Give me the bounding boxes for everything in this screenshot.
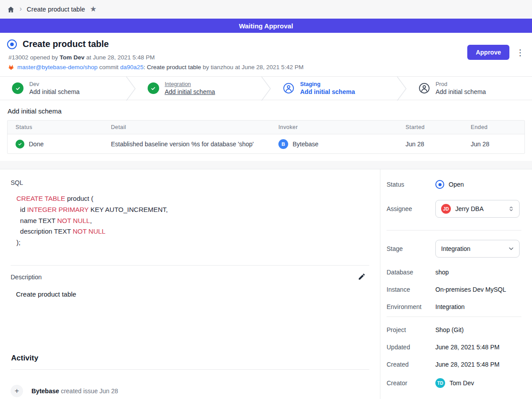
stage-pending-icon bbox=[419, 82, 430, 94]
created-label: Created bbox=[387, 361, 435, 368]
assignee-value: Jerry DBA bbox=[455, 205, 484, 212]
waiting-approval-banner: Waiting Approval bbox=[0, 19, 532, 33]
stage-prod[interactable]: Prod Add initial schema bbox=[407, 77, 532, 100]
sql-token: CREATE TABLE bbox=[16, 195, 65, 202]
status-row: Status Open bbox=[387, 180, 521, 189]
sql-token: product ( bbox=[65, 195, 93, 202]
stage-task-label: Add initial schema bbox=[300, 88, 355, 96]
stage-select[interactable]: Integration bbox=[435, 240, 520, 258]
breadcrumb-current[interactable]: Create product table bbox=[27, 6, 85, 13]
issue-sidebar: Status Open Assignee JD Jerry DBA Stage … bbox=[380, 169, 532, 399]
task-started: Jun 28 bbox=[406, 141, 471, 148]
database-label: Database bbox=[387, 269, 435, 276]
assignee-label: Assignee bbox=[387, 205, 435, 212]
issue-meta-suffix: at June 28, 2021 5:48 PM bbox=[85, 54, 155, 61]
stage-env-label: Staging bbox=[300, 81, 355, 88]
task-table: Status Detail Invoker Started Ended Done… bbox=[7, 120, 525, 154]
col-ended: Ended bbox=[471, 124, 524, 130]
stage-row: Stage Integration bbox=[387, 240, 521, 258]
stage-label: Stage bbox=[387, 245, 435, 252]
issue-header: Create product table #13002 opened by To… bbox=[0, 33, 532, 76]
sql-token: INTEGER PRIMARY bbox=[27, 206, 89, 213]
stage-task-label: Add initial schema bbox=[165, 88, 215, 96]
edit-description-icon[interactable] bbox=[358, 273, 367, 282]
task-table-header: Status Detail Invoker Started Ended bbox=[8, 121, 524, 134]
stage-done-icon bbox=[148, 82, 159, 94]
vcs-commit-word: commit bbox=[99, 64, 119, 70]
activity-actor: Bytebase bbox=[31, 387, 59, 395]
updated-row: Updated June 28, 2021 5:48 PM bbox=[387, 344, 521, 351]
environment-value[interactable]: Integration bbox=[435, 303, 465, 310]
database-row: Database shop bbox=[387, 269, 521, 276]
creator-avatar: TD bbox=[435, 378, 445, 388]
sql-token: description TEXT bbox=[16, 227, 73, 235]
section-gap bbox=[0, 161, 532, 169]
creator-value: Tom Dev bbox=[450, 379, 474, 387]
divider bbox=[11, 369, 369, 370]
instance-row: Instance On-premises Dev MySQL bbox=[387, 286, 521, 293]
divider bbox=[387, 230, 521, 231]
issue-author: Tom Dev bbox=[60, 54, 85, 61]
pipeline-stages: Dev Add initial schema Integration Add i… bbox=[0, 76, 532, 100]
created-value: June 28, 2021 5:48 PM bbox=[435, 361, 500, 368]
col-invoker: Invoker bbox=[278, 124, 406, 130]
sql-token: NOT NULL bbox=[73, 227, 106, 235]
stage-dev[interactable]: Dev Add initial schema bbox=[0, 77, 126, 100]
status-open-icon bbox=[435, 180, 444, 189]
task-status: Done bbox=[29, 141, 43, 148]
sql-token: id bbox=[16, 206, 27, 213]
divider bbox=[11, 265, 369, 266]
breadcrumb-separator-icon: › bbox=[20, 5, 22, 13]
task-section-heading: Add initial schema bbox=[8, 107, 525, 115]
vcs-commit-message: Create product table bbox=[147, 64, 201, 70]
stage-separator bbox=[261, 77, 271, 100]
activity-heading: Activity bbox=[11, 354, 369, 363]
project-label: Project bbox=[387, 326, 435, 333]
done-check-icon bbox=[16, 140, 24, 149]
issue-meta: #13002 opened by Tom Dev at June 28, 202… bbox=[8, 54, 525, 61]
home-icon[interactable] bbox=[7, 6, 15, 13]
assignee-select[interactable]: JD Jerry DBA bbox=[435, 200, 520, 218]
col-started: Started bbox=[406, 124, 471, 130]
updated-label: Updated bbox=[387, 344, 435, 351]
banner-text: Waiting Approval bbox=[239, 22, 293, 30]
description-text[interactable]: Create product table bbox=[16, 290, 369, 298]
divider bbox=[387, 317, 521, 317]
project-value[interactable]: Shop (Git) bbox=[435, 326, 464, 333]
vcs-commit-line: master@bytebase-demo/shop commit da90a25… bbox=[8, 64, 525, 70]
sql-token: ); bbox=[16, 239, 20, 246]
task-invoker: Bytebase bbox=[293, 141, 318, 148]
vcs-branch-link[interactable]: master@bytebase-demo/shop bbox=[17, 64, 98, 70]
status-value: Open bbox=[449, 181, 464, 188]
stage-pending-approval-icon bbox=[283, 82, 294, 94]
environment-row: Environment Integration bbox=[387, 303, 521, 310]
instance-label: Instance bbox=[387, 286, 435, 293]
vcs-suffix: by tianzhou at June 28, 2021 5:42 PM bbox=[201, 64, 303, 70]
more-menu-icon[interactable]: ⋮ bbox=[516, 48, 524, 57]
stage-value: Integration bbox=[441, 245, 470, 252]
table-row[interactable]: Done Established baseline version %s for… bbox=[8, 134, 524, 153]
approve-button[interactable]: Approve bbox=[467, 45, 509, 60]
col-detail: Detail bbox=[111, 124, 278, 130]
stage-integration[interactable]: Integration Add initial schema bbox=[136, 77, 262, 100]
stage-task-label: Add initial schema bbox=[436, 88, 486, 96]
star-icon[interactable]: ★ bbox=[90, 4, 97, 14]
activity-action: created issue Jun 28 bbox=[59, 387, 118, 395]
database-value[interactable]: shop bbox=[435, 269, 449, 276]
activity-item: + Bytebase created issue Jun 28 bbox=[11, 385, 369, 397]
vcs-commit-hash-link[interactable]: da90a25 bbox=[120, 64, 144, 70]
environment-label: Environment bbox=[387, 303, 435, 310]
stage-separator bbox=[126, 77, 136, 100]
sql-section-label: SQL bbox=[11, 179, 369, 186]
status-label: Status bbox=[387, 181, 435, 188]
sql-token: name TEXT bbox=[16, 217, 57, 224]
stage-staging[interactable]: Staging Add initial schema bbox=[271, 77, 397, 100]
creator-row: Creator TD Tom Dev bbox=[387, 378, 521, 388]
instance-value[interactable]: On-premises Dev MySQL bbox=[435, 286, 506, 293]
assignee-row: Assignee JD Jerry DBA bbox=[387, 200, 521, 218]
stage-env-label: Prod bbox=[436, 81, 486, 88]
created-row: Created June 28, 2021 5:48 PM bbox=[387, 361, 521, 368]
description-label: Description bbox=[11, 274, 42, 281]
stage-env-label: Integration bbox=[165, 81, 215, 88]
stage-separator bbox=[397, 77, 407, 100]
